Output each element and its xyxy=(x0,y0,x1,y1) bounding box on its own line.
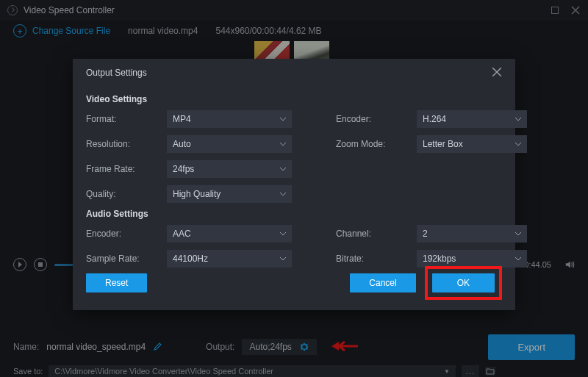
audio-section-title: Audio Settings xyxy=(86,209,502,219)
resolution-label: Resolution: xyxy=(86,139,167,149)
ok-button[interactable]: OK xyxy=(432,273,495,292)
framerate-select[interactable]: 24fps xyxy=(167,160,292,178)
encoder-select[interactable]: H.264 xyxy=(417,110,527,128)
chevron-down-icon xyxy=(280,118,286,121)
encoder-label: Encoder: xyxy=(336,114,417,124)
samplerate-select[interactable]: 44100Hz xyxy=(167,250,292,268)
modal-close-button[interactable] xyxy=(492,67,502,79)
chevron-down-icon xyxy=(280,257,286,261)
chevron-down-icon xyxy=(515,143,521,146)
aencoder-label: Encoder: xyxy=(86,229,167,239)
samplerate-label: Sample Rate: xyxy=(86,254,167,264)
annotation-ok-highlight: OK xyxy=(425,266,502,300)
framerate-label: Frame Rate: xyxy=(86,164,167,174)
resolution-select[interactable]: Auto xyxy=(167,135,292,153)
zoom-select[interactable]: Letter Box xyxy=(417,135,527,153)
chevron-down-icon xyxy=(280,168,286,171)
chevron-down-icon xyxy=(515,118,521,121)
reset-button[interactable]: Reset xyxy=(86,273,147,292)
chevron-down-icon xyxy=(280,143,286,146)
chevron-down-icon xyxy=(280,193,286,196)
bitrate-label: Bitrate: xyxy=(336,254,417,264)
format-select[interactable]: MP4 xyxy=(167,110,292,128)
chevron-down-icon xyxy=(515,257,521,261)
output-settings-modal: Output Settings Video Settings Format: M… xyxy=(73,59,515,310)
quality-label: Quality: xyxy=(86,189,167,199)
chevron-down-icon xyxy=(515,232,521,236)
chevron-down-icon xyxy=(280,232,286,236)
modal-title: Output Settings xyxy=(86,68,147,78)
aencoder-select[interactable]: AAC xyxy=(167,225,292,243)
bitrate-select[interactable]: 192kbps xyxy=(417,250,527,268)
format-label: Format: xyxy=(86,114,167,124)
video-section-title: Video Settings xyxy=(86,94,502,104)
channel-label: Channel: xyxy=(336,229,417,239)
zoom-label: Zoom Mode: xyxy=(336,139,417,149)
quality-select[interactable]: High Quality xyxy=(167,185,292,203)
channel-select[interactable]: 2 xyxy=(417,225,527,243)
cancel-button[interactable]: Cancel xyxy=(350,273,415,292)
